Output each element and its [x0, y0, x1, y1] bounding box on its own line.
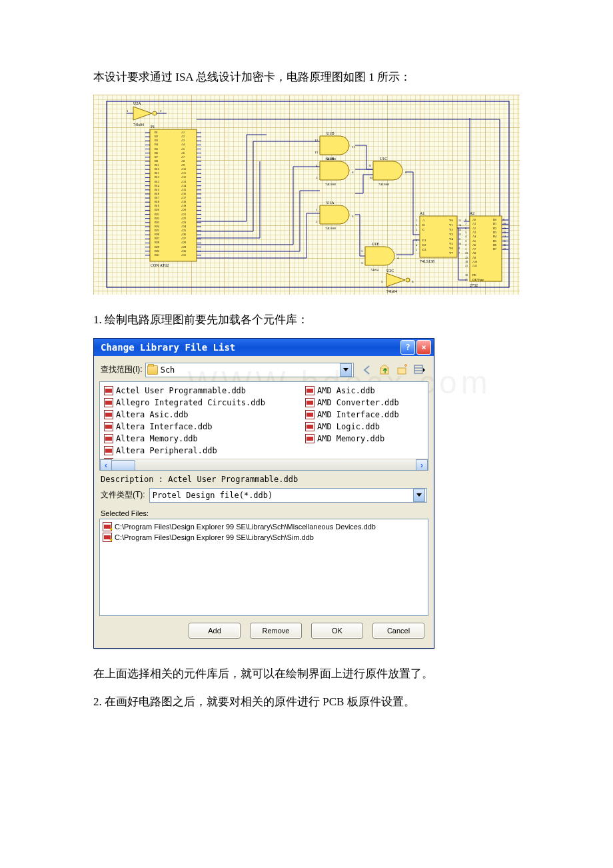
svg-text:A7: A7 [472, 247, 476, 251]
description-label: Description : [101, 475, 163, 484]
svg-text:15: 15 [458, 219, 461, 222]
file-item[interactable]: AMD Logic.ddb [305, 421, 399, 433]
horizontal-scrollbar[interactable]: ‹ › [100, 459, 428, 470]
look-in-combo[interactable]: Sch [145, 363, 354, 377]
svg-text:U1D: U1D [326, 131, 334, 135]
svg-text:B21: B21 [155, 213, 159, 216]
ok-button[interactable]: OK [311, 623, 363, 639]
svg-text:A3: A3 [181, 139, 185, 143]
svg-text:A9: A9 [472, 256, 476, 259]
ddb-file-icon [305, 422, 314, 431]
svg-text:74ls04: 74ls04 [133, 123, 144, 127]
svg-text:12: 12 [458, 233, 461, 236]
ddb-file-icon [305, 410, 314, 419]
svg-text:A2: A2 [470, 211, 474, 215]
selected-files-label: Selected Files: [99, 507, 428, 519]
intro-text: 本设计要求通过 ISA 总线设计加密卡，电路原理图如图 1 所示： [93, 67, 520, 88]
svg-text:B20: B20 [155, 209, 159, 212]
scroll-thumb[interactable] [111, 460, 135, 471]
file-item[interactable]: AMD Memory.ddb [305, 433, 399, 445]
file-item[interactable]: Altera Interface.ddb [104, 421, 265, 433]
look-in-label: 查找范围(I): [101, 364, 143, 375]
svg-text:A30: A30 [181, 249, 186, 253]
file-list[interactable]: Actel User Programmable.ddbAllegro Integ… [99, 381, 428, 471]
svg-text:B22: B22 [155, 217, 159, 220]
file-name: Altera Peripheral.ddb [116, 446, 217, 455]
svg-text:B14: B14 [155, 184, 160, 187]
file-item[interactable]: AMD Asic.ddb [305, 385, 399, 397]
nav-up-icon[interactable] [378, 363, 392, 377]
combo-dropdown-icon[interactable] [340, 363, 352, 377]
file-item[interactable]: AMD Converter.ddb [305, 397, 399, 409]
file-item[interactable]: AMD Interface.ddb [305, 409, 399, 421]
svg-text:B11: B11 [155, 163, 159, 167]
file-name: Altera Memory.ddb [116, 434, 198, 443]
filetype-combo[interactable]: Protel Design file(*.ddb) [149, 488, 427, 503]
svg-text:74s04: 74s04 [370, 268, 378, 271]
file-item[interactable]: Altera Asic.ddb [104, 409, 265, 421]
ddb-file-icon [104, 386, 113, 395]
selected-file-item[interactable]: ✦C:\Program Files\Design Explorer 99 SE\… [103, 521, 425, 532]
svg-text:A16: A16 [181, 192, 186, 195]
file-item[interactable]: Allegro Integrated Circuits.ddb [104, 397, 265, 409]
svg-text:A12: A12 [181, 176, 186, 179]
svg-text:A27: A27 [181, 237, 186, 241]
part-u1e: U1E74s04534 [361, 242, 399, 271]
selected-file-item[interactable]: ✦C:\Program Files\Design Explorer 99 SE\… [103, 532, 425, 543]
svg-text:U1A: U1A [326, 201, 334, 205]
scroll-left-icon[interactable]: ‹ [100, 459, 112, 471]
file-name: AMD Asic.ddb [317, 386, 375, 395]
svg-text:16: 16 [503, 243, 506, 247]
svg-text:A21: A21 [181, 213, 186, 216]
schematic-figure: U2A 74ls04 1 2 P1 CON AT62 U1D74LS081213… [93, 95, 520, 295]
svg-text:B15: B15 [155, 188, 159, 191]
svg-text:B1: B1 [155, 131, 158, 134]
file-item[interactable]: Altera Memory.ddb [104, 433, 265, 445]
svg-text:A1: A1 [420, 211, 424, 215]
remove-button[interactable]: Remove [250, 623, 302, 639]
cancel-button[interactable]: Cancel [372, 623, 424, 639]
svg-text:A22: A22 [181, 217, 186, 220]
svg-text:B7: B7 [155, 155, 158, 159]
svg-text:A25: A25 [181, 229, 186, 232]
svg-text:Y0: Y0 [449, 219, 454, 222]
svg-text:13: 13 [314, 151, 318, 154]
close-button[interactable]: × [416, 340, 431, 355]
svg-text:D6: D6 [493, 243, 496, 247]
nav-view-menu-icon[interactable] [412, 363, 427, 377]
filetype-value: Protel Design file(*.ddb) [151, 491, 413, 500]
add-button[interactable]: Add [189, 623, 241, 639]
svg-text:3: 3 [361, 261, 363, 265]
svg-text:Y1: Y1 [449, 223, 454, 227]
svg-text:74LS08: 74LS08 [325, 183, 336, 186]
svg-text:D4: D4 [493, 235, 497, 238]
svg-text:A6: A6 [472, 243, 476, 247]
svg-text:U1C: U1C [380, 157, 387, 161]
file-item[interactable]: Actel User Programmable.ddb [104, 385, 265, 397]
svg-text:B26: B26 [155, 233, 159, 237]
svg-text:19: 19 [465, 260, 468, 263]
selected-files-list[interactable]: ✦C:\Program Files\Design Explorer 99 SE\… [99, 519, 428, 616]
svg-text:A0: A0 [472, 218, 476, 221]
svg-text:A4: A4 [472, 235, 476, 238]
nav-back-icon[interactable] [360, 363, 375, 377]
svg-text:10: 10 [369, 176, 373, 179]
svg-text:P1: P1 [151, 125, 155, 129]
help-button[interactable]: ? [400, 340, 415, 355]
svg-text:Y7: Y7 [449, 251, 454, 255]
svg-text:A14: A14 [181, 184, 187, 187]
svg-rect-254 [414, 365, 422, 373]
scroll-right-icon[interactable]: › [416, 459, 428, 471]
svg-text:A11: A11 [181, 172, 186, 175]
svg-text:A18: A18 [181, 200, 186, 203]
svg-text:B28: B28 [155, 241, 159, 245]
part-u2c: U2C 74ls04 56 [381, 269, 414, 293]
nav-new-folder-icon[interactable] [395, 363, 410, 377]
file-item[interactable]: Altera Peripheral.ddb [104, 445, 265, 457]
svg-text:2732: 2732 [470, 283, 478, 287]
svg-text:A28: A28 [181, 241, 186, 245]
filetype-dropdown-icon[interactable] [413, 489, 425, 502]
svg-text:A2: A2 [181, 135, 185, 138]
svg-text:B2: B2 [155, 135, 158, 138]
folder-icon [147, 365, 158, 375]
